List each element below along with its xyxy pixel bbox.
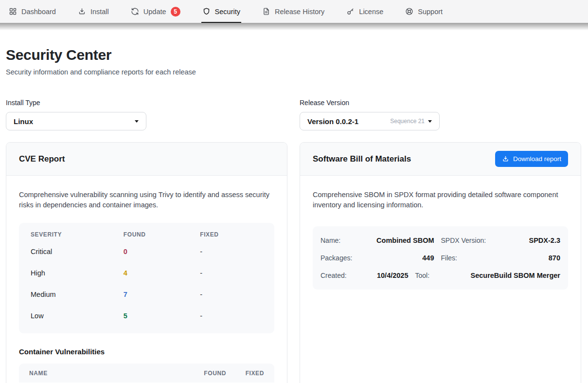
sbom-tool-value: SecureBuild SBOM Merger [470,272,560,279]
fixed-count: - [200,312,263,320]
update-count-badge: 5 [171,7,180,17]
install-type-label: Install Type [6,99,287,107]
found-count: 4 [124,269,200,277]
fixed-column-header: Fixed [200,231,263,238]
page-title: Security Center [6,47,581,63]
table-row: High 4 - [19,262,274,284]
nav-item-label: Release History [275,8,324,16]
download-report-label: Download report [513,155,561,163]
download-report-button[interactable]: Download report [495,151,568,167]
cve-report-description: Comprehensive vulnerability scanning usi… [19,190,274,210]
nav-item-label: Support [418,8,443,16]
nav-item-label: Install [90,8,109,16]
header-scroll-shadow [0,23,588,30]
sequence-hint: Sequence 21 [390,118,425,125]
sbom-created-label: Created: [321,272,363,279]
sbom-packages-label: Packages: [321,254,363,262]
chevron-down-icon [428,120,432,123]
found-count: 0 [124,248,200,255]
cve-report-card: CVE Report Comprehensive vulnerability s… [6,142,287,383]
severity-label: Low [31,312,124,320]
cve-report-header: CVE Report [6,143,287,176]
release-version-field: Release Version Version 0.0.2-1 Sequence… [300,99,581,130]
found-column-header: Found [124,231,200,238]
sbom-tool-label: Tool: [415,272,463,279]
fixed-count: - [200,291,263,298]
fixed-column-header: Fixed [226,370,264,377]
page-subtitle: Security information and compliance repo… [6,68,581,76]
sbom-files-value: 870 [497,254,561,262]
table-row: Low 5 - [19,305,274,327]
sbom-name-value: Combined SBOM [370,237,434,244]
release-version-select[interactable]: Version 0.0.2-1 Sequence 21 [300,112,440,130]
found-count: 5 [124,312,200,320]
install-type-field: Install Type Linux [6,99,287,130]
cve-report-body: Comprehensive vulnerability scanning usi… [6,176,287,383]
container-vulnerabilities-title: Container Vulnerabilities [19,347,274,356]
sbom-header: Software Bill of Materials Download repo… [300,143,581,176]
name-column-header: Name [29,370,180,377]
download-icon [78,7,86,16]
sbom-name-label: Name: [321,237,363,244]
severity-table-header: Severity Found Fixed [19,231,274,241]
severity-column-header: Severity [31,231,124,238]
document-icon [262,7,270,16]
container-table-header: Name Found Fixed [19,364,274,383]
nav-item-label: Dashboard [21,8,56,16]
main-content: Security Center Security information and… [0,47,588,383]
release-version-value: Version 0.0.2-1 [307,117,358,126]
severity-label: High [31,269,124,277]
nav-item-support[interactable]: Support [405,0,443,23]
key-icon [346,7,355,16]
container-vulnerabilities-table: Name Found Fixed [19,364,274,383]
fixed-count: - [200,269,263,277]
nav-item-license[interactable]: License [346,0,383,23]
table-row: Critical 0 - [19,241,274,262]
release-version-label: Release Version [300,99,581,107]
install-type-select[interactable]: Linux [6,112,146,130]
sbom-title: Software Bill of Materials [313,154,411,164]
found-column-header: Found [180,370,226,377]
table-row: Name: Combined SBOM SPDX Version: SPDX-2… [321,232,560,249]
install-type-value: Linux [14,117,33,126]
nav-item-release-history[interactable]: Release History [262,0,324,23]
nav-item-label: License [359,8,383,16]
table-row: Medium 7 - [19,284,274,305]
severity-label: Medium [31,291,124,298]
refresh-icon [131,7,139,16]
lifebuoy-icon [405,7,413,16]
sbom-info-table: Name: Combined SBOM SPDX Version: SPDX-2… [313,226,568,290]
found-count: 7 [124,291,200,298]
cve-report-title: CVE Report [19,154,65,164]
table-row: Created: 10/4/2025 Tool: SecureBuild SBO… [321,267,560,284]
severity-table: Severity Found Fixed Critical 0 - High 4… [19,223,274,333]
nav-item-label: Update [143,8,166,16]
sbom-created-value: 10/4/2025 [370,272,408,279]
sbom-card: Software Bill of Materials Download repo… [300,142,581,383]
cards-row: CVE Report Comprehensive vulnerability s… [6,142,581,383]
sbom-body: Comprehensive SBOM in SPDX format provid… [300,176,581,302]
dashboard-grid-icon [9,7,17,16]
nav-item-dashboard[interactable]: Dashboard [9,0,56,23]
sbom-files-label: Files: [441,254,490,262]
sbom-packages-value: 449 [370,254,434,262]
top-nav: Dashboard Install Update 5 Security [0,0,588,23]
nav-item-label: Security [215,8,240,16]
filters-row: Install Type Linux Release Version Versi… [6,99,581,130]
sbom-spdx-version-value: SPDX-2.3 [497,237,561,244]
nav-item-install[interactable]: Install [78,0,109,23]
download-icon [502,155,509,163]
nav-item-security[interactable]: Security [202,0,240,23]
table-row: Packages: 449 Files: 870 [321,249,560,267]
sbom-description: Comprehensive SBOM in SPDX format provid… [313,190,568,210]
chevron-down-icon [135,120,139,123]
fixed-count: - [200,248,263,255]
shield-icon [202,7,211,16]
nav-item-update[interactable]: Update 5 [131,0,180,23]
sbom-spdx-version-label: SPDX Version: [441,237,490,244]
severity-label: Critical [31,248,124,255]
